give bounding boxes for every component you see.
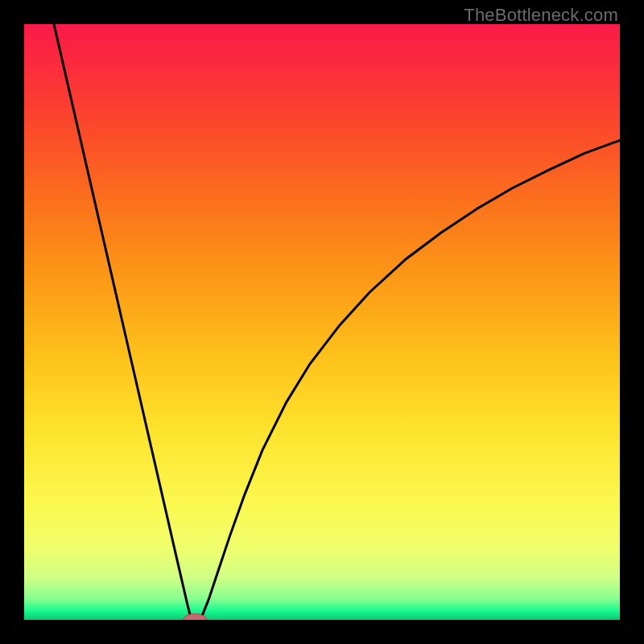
watermark-text: TheBottleneck.com [464,5,618,26]
chart-frame: TheBottleneck.com [0,0,644,644]
chart-background [24,24,620,620]
plot-area [24,24,620,620]
chart-svg [24,24,620,620]
